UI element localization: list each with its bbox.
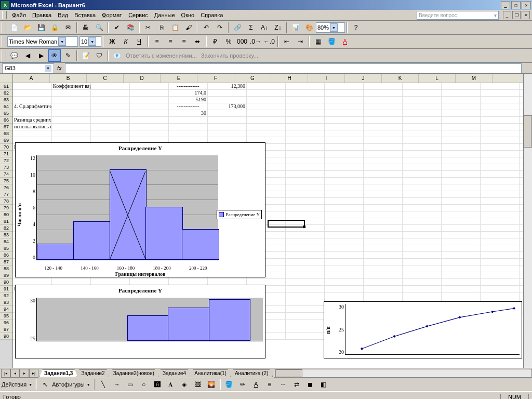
actions-menu[interactable]: Действия (2, 381, 26, 388)
permission-icon[interactable]: 🔒 (48, 21, 61, 34)
row-header[interactable]: 71 (0, 151, 12, 157)
arrow-style-icon[interactable]: ⇄ (290, 378, 303, 391)
row-header[interactable]: 82 (0, 225, 12, 232)
italic-icon[interactable]: К (119, 35, 132, 48)
row-header[interactable]: 79 (0, 205, 12, 211)
format-painter-icon[interactable]: 🖌 (182, 21, 195, 34)
row-header[interactable]: 84 (0, 238, 12, 245)
ink-icon[interactable]: ✎ (62, 49, 74, 62)
next-comment-icon[interactable]: ▶ (35, 49, 47, 62)
row-header[interactable]: 62 (0, 90, 12, 97)
menu-справка[interactable]: Справка (197, 11, 226, 19)
col-header[interactable]: A (13, 74, 50, 83)
sheet-tab[interactable]: Задание1,3 (39, 369, 77, 377)
minimize-button[interactable]: _ (501, 1, 510, 9)
fill-color-icon[interactable]: 🪣 (325, 35, 338, 48)
name-box[interactable]: G83▼ (2, 63, 54, 73)
menu-окно[interactable]: Окно (178, 11, 198, 19)
fill-color-icon[interactable]: 🪣 (223, 378, 235, 391)
row-header[interactable]: 86 (0, 252, 12, 259)
menu-данные[interactable]: Данные (151, 11, 178, 19)
font-name-combo[interactable]: Times New Roman▼ (7, 36, 78, 47)
col-header[interactable]: L (419, 74, 456, 83)
toolbar-handle[interactable] (2, 50, 6, 61)
sort-asc-icon[interactable]: A↓ (258, 21, 271, 34)
tab-prev-icon[interactable]: ◂ (10, 369, 20, 378)
chart-line-cumulative[interactable]: Me п/п 302520 (324, 301, 522, 358)
row-header[interactable]: 67 (0, 124, 12, 130)
col-header[interactable]: J (345, 74, 382, 83)
chart-wizard-icon[interactable]: 📊 (289, 21, 302, 34)
sort-desc-icon[interactable]: Z↓ (272, 21, 284, 34)
col-header[interactable]: E (161, 74, 197, 83)
new-icon[interactable]: 📄 (8, 21, 20, 34)
row-header[interactable]: 68 (0, 130, 12, 137)
3d-icon[interactable]: ◧ (317, 378, 330, 391)
tab-next-icon[interactable]: ▸ (20, 369, 29, 378)
align-right-icon[interactable]: ≡ (178, 35, 190, 48)
worksheet-grid[interactable]: 6162636465666768697071727374757677787980… (0, 74, 532, 368)
row-header[interactable]: 75 (0, 178, 12, 184)
menu-формат[interactable]: Формат (99, 11, 125, 19)
oval-icon[interactable]: ○ (138, 378, 150, 391)
menu-правка[interactable]: Правка (29, 11, 55, 19)
sheet-tab[interactable]: Задание2 (76, 369, 109, 377)
rectangle-icon[interactable]: ▭ (124, 378, 137, 391)
row-header[interactable]: 65 (0, 110, 12, 117)
diagram-icon[interactable]: ◈ (178, 378, 191, 391)
col-header[interactable]: I (308, 74, 345, 83)
dec-decimal-icon[interactable]: ←.0 (263, 35, 275, 48)
menu-сервис[interactable]: Сервис (125, 11, 151, 19)
row-header[interactable]: 85 (0, 245, 12, 252)
arrow-icon[interactable]: → (111, 378, 123, 391)
row-header[interactable]: 90 (0, 279, 12, 286)
row-header[interactable]: 88 (0, 265, 12, 272)
font-color-icon[interactable]: A (250, 378, 262, 391)
textbox-icon[interactable]: 🅰 (151, 378, 164, 391)
toolbar-handle[interactable] (2, 22, 6, 33)
autoshapes-menu[interactable]: Автофигуры (52, 381, 85, 388)
fx-icon[interactable]: fx (57, 65, 62, 71)
menu-вид[interactable]: Вид (55, 11, 71, 19)
autosum-icon[interactable]: Σ (245, 21, 257, 34)
align-center-icon[interactable]: ≡ (164, 35, 177, 48)
row-header[interactable]: 64 (0, 103, 12, 110)
mail-icon[interactable]: ✉ (62, 21, 74, 34)
protect-icon[interactable]: 🛡 (93, 49, 105, 62)
restore-button[interactable]: ❐ (511, 1, 521, 9)
row-header[interactable]: 70 (0, 144, 12, 151)
line-color-icon[interactable]: ✏ (236, 378, 249, 391)
line-icon[interactable]: ╲ (97, 378, 110, 391)
row-header[interactable]: 97 (0, 326, 12, 333)
tab-last-icon[interactable]: ▸| (29, 369, 38, 378)
row-header[interactable]: 61 (0, 83, 12, 90)
font-size-combo[interactable]: 10▼ (79, 36, 101, 47)
row-header[interactable]: 74 (0, 171, 12, 178)
row-header[interactable]: 69 (0, 137, 12, 144)
doc-restore-button[interactable]: ❐ (512, 11, 521, 19)
borders-icon[interactable]: ▦ (312, 35, 324, 48)
inc-decimal-icon[interactable]: .0→ (249, 35, 262, 48)
dash-style-icon[interactable]: ┄ (277, 378, 289, 391)
spell-icon[interactable]: ✔ (111, 21, 123, 34)
redo-icon[interactable]: ↷ (214, 21, 226, 34)
wordart-icon[interactable]: 𝐀 (165, 378, 177, 391)
toolbar-handle[interactable] (2, 11, 7, 19)
currency-icon[interactable]: ₽ (209, 35, 221, 48)
col-header[interactable]: C (87, 74, 124, 83)
underline-icon[interactable]: Ч (133, 35, 145, 48)
row-header[interactable]: 91 (0, 286, 12, 292)
inc-indent-icon[interactable]: ⇥ (294, 35, 307, 48)
undo-icon[interactable]: ↶ (200, 21, 212, 34)
doc-close-button[interactable]: ✕ (522, 11, 530, 19)
chart-histogram-2[interactable]: Распределение Y 3025 (15, 285, 265, 358)
sheet-tab[interactable]: Задание4 (158, 369, 191, 377)
row-header[interactable]: 98 (0, 333, 12, 340)
col-header[interactable]: M (456, 74, 493, 83)
print-icon[interactable]: 🖶 (79, 21, 92, 34)
line-style-icon[interactable]: ≡ (263, 378, 276, 391)
picture-icon[interactable]: 🌄 (205, 378, 218, 391)
toolbar-handle[interactable] (2, 36, 6, 47)
row-header[interactable]: 72 (0, 157, 12, 164)
row-header[interactable]: 93 (0, 299, 12, 306)
